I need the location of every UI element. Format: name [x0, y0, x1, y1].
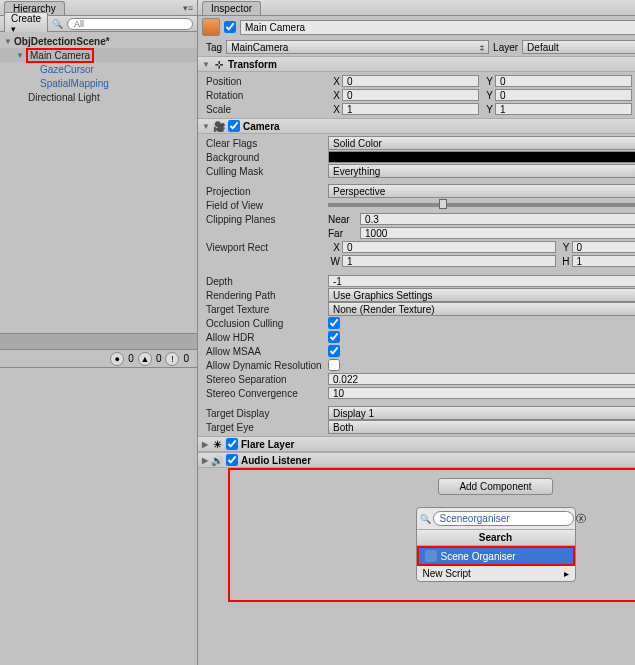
collapse-icon[interactable]: ▼	[202, 122, 210, 131]
add-component-popup: 🔍 ⓧ Search Scene Organiser New Script ▸	[416, 507, 576, 582]
status-info-icon[interactable]: ●	[110, 352, 124, 366]
viewport-y-input[interactable]	[572, 241, 635, 253]
target-texture-field[interactable]: None (Render Texture)⊙	[328, 302, 635, 316]
inspector-tab-bar: Inspector 🔒 ▾≡	[198, 0, 635, 16]
item-label: Main Camera	[30, 50, 90, 61]
add-component-highlight: Add Component 🔍 ⓧ Search Scene Organiser…	[228, 468, 635, 602]
status-bar: ●0 ▲0 !0	[0, 349, 197, 367]
hdr-checkbox[interactable]	[328, 331, 340, 343]
search-result-scene-organiser[interactable]: Scene Organiser	[417, 546, 575, 566]
camera-component-header[interactable]: ▼ 🎥 Camera	[198, 118, 635, 134]
popup-section-title: Search	[417, 529, 575, 546]
depth-input[interactable]	[328, 275, 635, 287]
fov-slider[interactable]	[328, 203, 635, 207]
rotation-label: Rotation	[206, 90, 328, 101]
flare-enabled-checkbox[interactable]	[226, 438, 238, 450]
far-input[interactable]	[360, 227, 635, 239]
gameobject-header: Static ▼	[198, 16, 635, 38]
scale-x-input[interactable]	[342, 103, 479, 115]
viewport-x-input[interactable]	[342, 241, 556, 253]
search-result-new-script[interactable]: New Script ▸	[417, 566, 575, 581]
hierarchy-item-main-camera[interactable]: ▼ Main Camera	[0, 48, 197, 62]
tag-dropdown[interactable]: MainCamera‡	[226, 40, 489, 54]
hierarchy-search-input[interactable]	[67, 18, 193, 30]
viewport-h-input[interactable]	[572, 255, 635, 267]
msaa-checkbox[interactable]	[328, 345, 340, 357]
dynres-checkbox[interactable]	[328, 359, 340, 371]
stereo-conv-input[interactable]	[328, 387, 635, 399]
audio-listener-component-header[interactable]: ▶ 🔊 Audio Listener	[198, 452, 635, 468]
gameobject-name-input[interactable]	[240, 20, 635, 35]
chevron-right-icon: ▸	[564, 568, 569, 579]
audio-icon: 🔊	[211, 454, 223, 466]
inspector-tab[interactable]: Inspector	[202, 1, 261, 15]
hierarchy-toolbar: Create ▾ 🔍	[0, 16, 197, 32]
background-color-swatch[interactable]	[328, 151, 635, 163]
gameobject-active-checkbox[interactable]	[224, 21, 236, 33]
rendering-path-dropdown[interactable]: Use Graphics Settings‡	[328, 288, 635, 302]
expand-icon[interactable]: ▼	[4, 37, 14, 46]
scene-row[interactable]: ▼ ObjDetectionScene*	[0, 34, 197, 48]
lower-panel	[0, 367, 197, 665]
flare-icon: ☀	[211, 438, 223, 450]
projection-dropdown[interactable]: Perspective‡	[328, 184, 635, 198]
scale-y-input[interactable]	[495, 103, 632, 115]
rot-x-input[interactable]	[342, 89, 479, 101]
layer-label: Layer	[493, 42, 518, 53]
status-warn-icon[interactable]: ▲	[138, 352, 152, 366]
occlusion-checkbox[interactable]	[328, 317, 340, 329]
clear-search-icon[interactable]: ⓧ	[576, 512, 586, 526]
viewport-w-input[interactable]	[342, 255, 556, 267]
gameobject-icon[interactable]	[202, 18, 220, 36]
collapse-icon[interactable]: ▶	[202, 440, 208, 449]
layer-dropdown[interactable]: Default‡	[522, 40, 635, 54]
stereo-sep-input[interactable]	[328, 373, 635, 385]
rot-y-input[interactable]	[495, 89, 632, 101]
clear-flags-dropdown[interactable]: Solid Color‡	[328, 136, 635, 150]
pos-x-input[interactable]	[342, 75, 479, 87]
pos-y-input[interactable]	[495, 75, 632, 87]
camera-enabled-checkbox[interactable]	[228, 120, 240, 132]
panel-resize-bar[interactable]	[0, 333, 197, 349]
audio-enabled-checkbox[interactable]	[226, 454, 238, 466]
hierarchy-tree[interactable]: ▼ ObjDetectionScene* ▼ Main Camera GazeC…	[0, 32, 197, 333]
panel-options-icon[interactable]: ▾≡	[183, 3, 193, 13]
scene-name: ObjDetectionScene*	[14, 36, 110, 47]
collapse-icon[interactable]: ▶	[202, 456, 208, 465]
target-eye-dropdown[interactable]: Both‡	[328, 420, 635, 434]
collapse-icon[interactable]: ▼	[202, 60, 210, 69]
search-icon: 🔍	[52, 19, 63, 29]
transform-component-header[interactable]: ▼ ⊹ Transform	[198, 56, 635, 72]
hierarchy-item-gazecursor[interactable]: GazeCursor	[0, 62, 197, 76]
transform-icon: ⊹	[213, 58, 225, 70]
status-error-icon[interactable]: !	[165, 352, 179, 366]
item-label: SpatialMapping	[40, 78, 109, 89]
tag-label: Tag	[206, 42, 222, 53]
hierarchy-item-spatialmapping[interactable]: SpatialMapping	[0, 76, 197, 90]
hierarchy-item-directional-light[interactable]: Directional Light	[0, 90, 197, 104]
script-icon	[425, 550, 437, 562]
expand-icon[interactable]: ▼	[16, 51, 26, 60]
scale-label: Scale	[206, 104, 328, 115]
culling-mask-dropdown[interactable]: Everything‡	[328, 164, 635, 178]
target-display-dropdown[interactable]: Display 1‡	[328, 406, 635, 420]
camera-icon: 🎥	[213, 120, 225, 132]
flare-layer-component-header[interactable]: ▶ ☀ Flare Layer	[198, 436, 635, 452]
position-label: Position	[206, 76, 328, 87]
item-label: GazeCursor	[40, 64, 94, 75]
item-label: Directional Light	[28, 92, 100, 103]
component-search-input[interactable]	[433, 511, 574, 526]
near-input[interactable]	[360, 213, 635, 225]
add-component-button[interactable]: Add Component	[438, 478, 552, 495]
search-icon: 🔍	[420, 514, 431, 524]
